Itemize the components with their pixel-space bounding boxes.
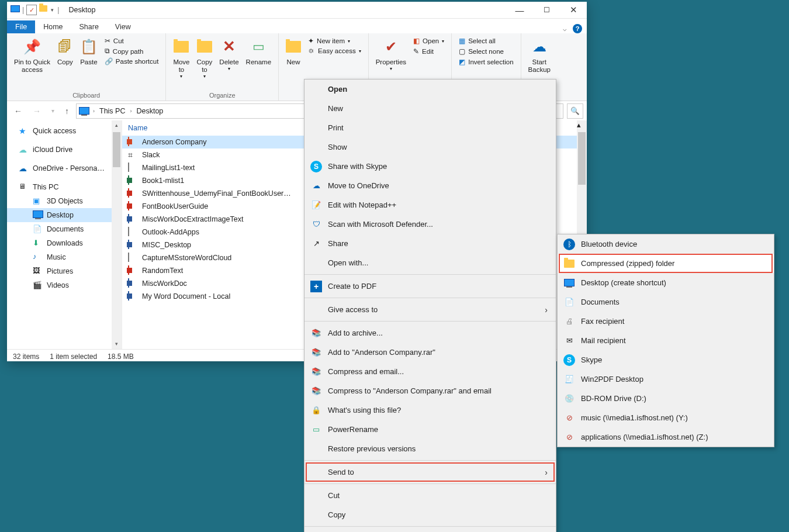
desktop-icon <box>563 277 575 289</box>
nav-onedrive[interactable]: ☁OneDrive - Persona… <box>7 161 122 175</box>
cut-button[interactable]: ✂Cut <box>102 36 161 46</box>
sendto-documents[interactable]: 📄Documents <box>558 292 774 312</box>
shortcut-icon: 🔗 <box>105 57 113 65</box>
nav-videos[interactable]: 🎬Videos <box>7 278 122 292</box>
move-to-button[interactable]: Move to▾ <box>169 36 193 81</box>
sendto-desktop-shortcut[interactable]: Desktop (create shortcut) <box>558 273 774 292</box>
zip-folder-icon <box>563 258 575 270</box>
easy-access-button[interactable]: ⛭Easy access ▾ <box>306 46 364 56</box>
nav-downloads[interactable]: ⬇Downloads <box>7 236 122 250</box>
open-button[interactable]: ◧Open ▾ <box>411 36 447 46</box>
sendto-bluetooth[interactable]: ᛒBluetooth device <box>558 234 774 254</box>
ctx-cut[interactable]: Cut <box>304 486 556 505</box>
ctx-add-rar[interactable]: 📚Add to "Anderson Company.rar" <box>304 343 556 362</box>
nav-scrollbar[interactable]: ▴▾ <box>112 120 122 349</box>
copy-button[interactable]: 🗐Copy <box>54 36 77 67</box>
ctx-give-access[interactable]: Give access to› <box>304 300 556 319</box>
paste-button[interactable]: 📋Paste <box>77 36 101 67</box>
pin-to-quick-access-button[interactable]: 📌Pin to Quick access <box>11 36 54 75</box>
skype-icon: S <box>563 354 575 366</box>
nav-3d-objects[interactable]: ▣3D Objects <box>7 194 122 208</box>
powerrename-icon: ▭ <box>310 424 322 436</box>
nav-icloud[interactable]: ☁iCloud Drive <box>7 143 122 157</box>
ctx-print[interactable]: Print <box>304 118 556 137</box>
invert-selection-button[interactable]: ◩Invert selection <box>456 57 515 67</box>
minimize-button[interactable]: — <box>506 2 533 18</box>
sendto-zip[interactable]: Compressed (zipped) folder <box>558 254 774 273</box>
breadcrumb-desktop[interactable]: Desktop <box>135 107 164 115</box>
nav-desktop[interactable]: Desktop <box>7 208 122 222</box>
downloads-icon: ⬇ <box>33 239 42 248</box>
file-type-icon <box>128 279 137 288</box>
tab-home[interactable]: Home <box>35 20 71 33</box>
ctx-new[interactable]: New <box>304 99 556 118</box>
edit-button[interactable]: ✎Edit <box>411 46 447 57</box>
3d-icon: ▣ <box>33 196 42 206</box>
context-menu: Open New Print Show SShare with Skype ☁M… <box>304 79 556 532</box>
properties-button[interactable]: ✔Properties▾ <box>372 36 410 72</box>
close-button[interactable]: ✕ <box>560 2 587 18</box>
ctx-compress-rar-email[interactable]: 📚Compress to "Anderson Company.rar" and … <box>304 381 556 400</box>
delete-button[interactable]: ✕Delete▾ <box>216 36 242 72</box>
select-none-button[interactable]: ▢Select none <box>456 46 515 57</box>
nav-this-pc[interactable]: 🖥This PC <box>7 180 122 194</box>
nav-quick-access[interactable]: ★Quick access <box>7 124 122 138</box>
nav-music[interactable]: ♪Music <box>7 250 122 264</box>
help-icon[interactable]: ? <box>573 24 582 33</box>
back-button[interactable]: ← <box>11 106 26 116</box>
paste-shortcut-button[interactable]: 🔗Paste shortcut <box>102 56 161 67</box>
sendto-fax[interactable]: 🖨Fax recipient <box>558 312 774 331</box>
maximize-button[interactable]: ☐ <box>533 2 560 18</box>
rename-button[interactable]: ▭Rename <box>243 36 275 67</box>
qat-overflow[interactable]: ▾ <box>51 7 54 13</box>
forward-button[interactable]: → <box>29 106 44 116</box>
new-item-button[interactable]: ✦New item ▾ <box>306 36 364 46</box>
recent-locations-button[interactable]: ▾ <box>48 108 58 114</box>
nav-documents[interactable]: 📄Documents <box>7 222 122 236</box>
chevron-right-icon: › <box>545 305 548 315</box>
ctx-copy[interactable]: Copy <box>304 505 556 524</box>
ctx-create-pdf[interactable]: +Create to PDF <box>304 277 556 296</box>
ctx-add-archive[interactable]: 📚Add to archive... <box>304 323 556 343</box>
sendto-bdrom[interactable]: 💿BD-ROM Drive (D:) <box>558 389 774 408</box>
ctx-scan-defender[interactable]: 🛡Scan with Microsoft Defender... <box>304 215 556 234</box>
up-button[interactable]: ↑ <box>61 106 72 116</box>
sendto-net-music[interactable]: ⊘music (\\media1.isfhost.net) (Y:) <box>558 408 774 427</box>
ctx-create-shortcut[interactable]: Create shortcut <box>304 528 556 532</box>
qat-checkbox-icon[interactable]: ✓ <box>26 5 37 15</box>
copy-to-button[interactable]: Copy to▾ <box>193 36 216 81</box>
tab-view[interactable]: View <box>107 20 139 33</box>
start-backup-button[interactable]: ☁Start Backup <box>525 36 554 75</box>
tab-file[interactable]: File <box>7 20 35 33</box>
ctx-share[interactable]: ↗Share <box>304 234 556 253</box>
ctx-share-skype[interactable]: SShare with Skype <box>304 157 556 176</box>
sendto-net-apps[interactable]: ⊘applications (\\media1.isfhost.net) (Z:… <box>558 427 774 447</box>
file-name: CaptureMSstoreWordCloud <box>142 254 231 262</box>
notepad-icon: 📝 <box>310 199 322 211</box>
ctx-powerrename[interactable]: ▭PowerRename <box>304 420 556 439</box>
ribbon-collapse-icon[interactable]: ⌵ <box>563 25 567 33</box>
ctx-open-with[interactable]: Open with... <box>304 253 556 272</box>
ctx-restore-versions[interactable]: Restore previous versions <box>304 439 556 458</box>
ctx-open[interactable]: Open <box>304 80 556 99</box>
nav-pictures[interactable]: 🖼Pictures <box>7 264 122 278</box>
new-folder-button[interactable]: New <box>282 36 304 67</box>
ctx-show[interactable]: Show <box>304 137 556 157</box>
ctx-compress-email[interactable]: 📚Compress and email... <box>304 362 556 381</box>
app-icon <box>11 5 20 15</box>
tab-share[interactable]: Share <box>71 20 107 33</box>
location-icon <box>79 107 89 115</box>
copy-path-button[interactable]: ⧉Copy path <box>102 46 161 56</box>
sendto-skype[interactable]: SSkype <box>558 350 774 369</box>
lock-icon: 🔒 <box>310 405 322 416</box>
qat-dropdown-icon[interactable] <box>39 5 49 15</box>
ctx-edit-notepadpp[interactable]: 📝Edit with Notepad++ <box>304 195 556 215</box>
sendto-mail[interactable]: ✉Mail recipient <box>558 331 774 350</box>
search-button[interactable]: 🔍 <box>567 103 583 119</box>
select-all-button[interactable]: ▦Select all <box>456 36 515 46</box>
ctx-whats-using[interactable]: 🔒What's using this file? <box>304 400 556 420</box>
ctx-send-to[interactable]: Send to› <box>304 462 556 482</box>
ctx-move-onedrive[interactable]: ☁Move to OneDrive <box>304 176 556 195</box>
breadcrumb-pc[interactable]: This PC <box>98 107 126 115</box>
sendto-win2pdf[interactable]: 🧾Win2PDF Desktop <box>558 369 774 389</box>
